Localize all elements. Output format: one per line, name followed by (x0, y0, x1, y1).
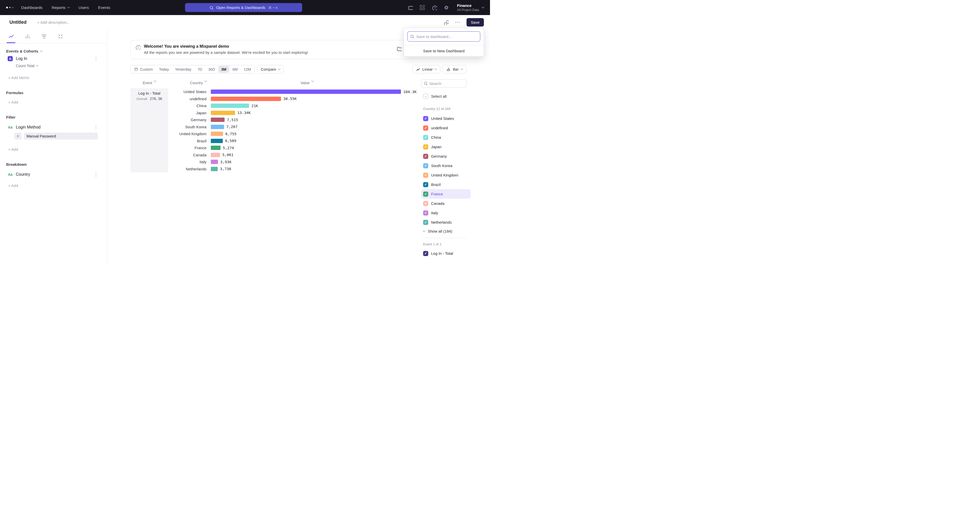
filter-kebab-icon[interactable]: ⋮ (93, 124, 99, 130)
bar-netherlands[interactable] (211, 167, 218, 171)
add-formula-button[interactable]: + Add (8, 100, 101, 104)
compare-button[interactable]: Compare (257, 65, 284, 73)
range-today[interactable]: Today (156, 66, 172, 73)
checkbox-united-kingdom[interactable]: ✓ (423, 173, 428, 178)
column-header-value[interactable]: Value (211, 81, 403, 85)
bar-united-kingdom[interactable] (211, 132, 223, 136)
nav-item-users[interactable]: Users (79, 5, 89, 10)
legend-search-box[interactable] (421, 79, 466, 87)
legend-item-germany[interactable]: ✓Germany (421, 152, 471, 161)
bar-canada[interactable] (211, 153, 220, 157)
more-options-icon[interactable]: ⋯ (455, 19, 461, 25)
column-header-event[interactable]: Event (130, 81, 168, 85)
tab-retention-grid-icon[interactable] (56, 30, 64, 43)
checkbox-united-states[interactable]: ✓ (423, 116, 428, 121)
row-country-label: China (168, 103, 207, 108)
legend-event-checkbox[interactable]: ✓ (423, 251, 428, 256)
range-yesterday[interactable]: Yesterday (172, 66, 194, 73)
legend-event-item[interactable]: ✓ Log In - Total (421, 249, 482, 258)
filter-card[interactable]: Aa Login Method ⋮ = (6, 122, 101, 142)
save-dashboard-search[interactable] (407, 32, 480, 41)
legend-item-south-korea[interactable]: ✓South Korea (421, 161, 471, 170)
checkbox-italy[interactable]: ✓ (423, 211, 428, 216)
range-3m[interactable]: 3M (218, 66, 229, 73)
row-country-label: France (168, 146, 207, 150)
legend-item-canada[interactable]: ✓Canada (421, 199, 471, 208)
legend-item-china[interactable]: ✓China (421, 133, 471, 142)
help-icon[interactable]: ? (431, 5, 437, 11)
filter-property-name[interactable]: Login Method (16, 125, 41, 130)
add-description[interactable]: + Add description... (37, 20, 70, 24)
tab-insights-line-icon[interactable] (6, 30, 15, 43)
event-name[interactable]: Log In (16, 56, 27, 61)
settings-gear-icon[interactable]: ⚙ (444, 5, 449, 11)
apps-grid-icon[interactable] (420, 5, 425, 11)
legend-item-brazil[interactable]: ✓Brazil (421, 180, 471, 189)
events-section-title[interactable]: Events & Cohorts (6, 49, 101, 53)
bar-italy[interactable] (211, 160, 218, 164)
save-to-new-dashboard-option[interactable]: Save to New Dashboard (404, 45, 484, 56)
bar-brazil[interactable] (211, 139, 223, 143)
add-metric-button[interactable]: + Add Metric (8, 76, 101, 80)
save-dashboard-input[interactable] (416, 35, 477, 39)
breakdown-kebab-icon[interactable]: ⋮ (93, 172, 99, 177)
range-custom[interactable]: Custom (131, 66, 156, 73)
bar-undefined[interactable] (211, 97, 281, 101)
column-header-country[interactable]: Country (168, 81, 211, 85)
bar-germany[interactable] (211, 117, 224, 122)
legend-search-input[interactable] (429, 81, 464, 86)
filter-operator[interactable]: = (14, 133, 21, 139)
select-all-checkbox[interactable]: – (423, 94, 428, 99)
global-search-button[interactable]: Open Reports & Dashboards ⌘ + K (185, 3, 302, 12)
report-title[interactable]: Untitled (10, 20, 27, 25)
event-kebab-icon[interactable]: ⋮ (93, 56, 99, 62)
project-switcher[interactable]: Finance All Project Data (457, 3, 484, 12)
legend-item-united-states[interactable]: ✓United States (421, 114, 471, 123)
checkbox-japan[interactable]: ✓ (423, 144, 428, 149)
select-all-row[interactable]: – Select all (421, 94, 482, 99)
save-button[interactable]: Save (466, 18, 484, 27)
scale-dropdown[interactable]: Linear (412, 65, 440, 73)
legend-item-france[interactable]: ✓France (421, 189, 471, 199)
legend-item-undefined[interactable]: ✓undefined (421, 123, 471, 133)
aggregation-dropdown[interactable]: Count Total (16, 64, 99, 68)
checkbox-china[interactable]: ✓ (423, 135, 428, 140)
event-card[interactable]: A Log In ⋮ Count Total (6, 53, 101, 70)
breakdown-card[interactable]: Aa Country ⋮ (6, 169, 101, 178)
chart-type-dropdown[interactable]: Bar (443, 65, 466, 73)
nav-item-reports[interactable]: Reports (52, 5, 69, 10)
legend-item-label: Italy (431, 211, 438, 215)
checkbox-netherlands[interactable]: ✓ (423, 220, 428, 225)
range-6m[interactable]: 6M (230, 66, 240, 73)
range-30d[interactable]: 30D (205, 66, 218, 73)
checkbox-south-korea[interactable]: ✓ (423, 163, 428, 168)
copy-link-icon[interactable] (443, 19, 449, 25)
range-7d[interactable]: 7D (195, 66, 205, 73)
tab-funnel-icon[interactable] (39, 30, 48, 43)
nav-item-dashboards[interactable]: Dashboards (21, 5, 43, 10)
checkbox-canada[interactable]: ✓ (423, 201, 428, 206)
checkbox-france[interactable]: ✓ (423, 192, 428, 197)
bar-united-states[interactable] (211, 90, 401, 94)
show-all-button[interactable]: Show all (184) (421, 229, 482, 233)
legend-item-netherlands[interactable]: ✓Netherlands (421, 217, 471, 227)
tab-bar-chart-icon[interactable] (23, 30, 32, 43)
legend-item-italy[interactable]: ✓Italy (421, 208, 471, 217)
range-12m[interactable]: 12M (241, 66, 254, 73)
bar-south-korea[interactable] (211, 125, 224, 129)
checkbox-undefined[interactable]: ✓ (423, 125, 428, 131)
bar-china[interactable] (211, 103, 249, 108)
filter-value-field[interactable] (24, 133, 98, 139)
add-filter-button[interactable]: + Add (8, 147, 101, 152)
breakdown-property-name[interactable]: Country (16, 172, 30, 177)
checkbox-germany[interactable]: ✓ (423, 154, 428, 159)
cast-icon[interactable] (407, 5, 413, 11)
legend-item-united-kingdom[interactable]: ✓United Kingdom (421, 170, 471, 180)
nav-item-events[interactable]: Events (98, 5, 110, 10)
checkbox-brazil[interactable]: ✓ (423, 182, 428, 187)
bar-france[interactable] (211, 146, 221, 150)
bar-japan[interactable] (211, 111, 235, 115)
add-breakdown-button[interactable]: + Add (8, 183, 101, 188)
mixpanel-logo[interactable] (6, 6, 14, 8)
legend-item-japan[interactable]: ✓Japan (421, 142, 471, 152)
